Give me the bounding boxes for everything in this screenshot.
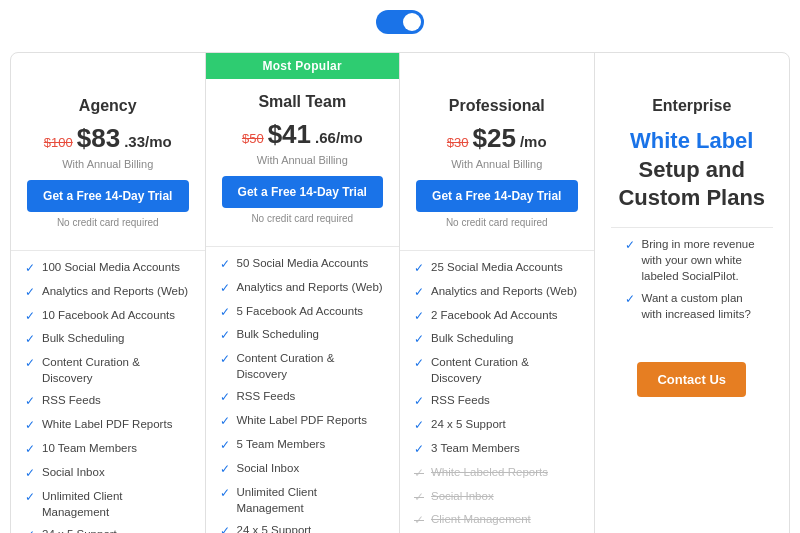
feature-item: ✓ 10 Team Members — [25, 440, 191, 458]
no-credit-text: No credit card required — [222, 213, 384, 224]
check-icon: ✓ — [25, 260, 35, 277]
feature-item: ✓ Bulk Scheduling — [414, 330, 580, 348]
check-icon: ✓ — [414, 284, 424, 301]
feature-item: ✓ Analytics and Reports (Web) — [414, 283, 580, 301]
feature-text: White Label PDF Reports — [42, 416, 172, 432]
feature-text: Bulk Scheduling — [431, 330, 513, 346]
feature-text: 3 Team Members — [431, 440, 520, 456]
price-main: $41 — [268, 119, 311, 150]
feature-item: ✓ 50 Social Media Accounts — [220, 255, 386, 273]
feature-item: ✓ 24 x 5 Support — [220, 522, 386, 533]
feature-text: RSS Feeds — [237, 388, 296, 404]
check-icon: ✓ — [220, 485, 230, 502]
check-icon: ✓ — [414, 489, 424, 506]
trial-button[interactable]: Get a Free 14-Day Trial — [416, 180, 578, 212]
check-icon: ✓ — [25, 417, 35, 434]
feature-item: ✓ 24 x 5 Support — [414, 416, 580, 434]
toggle-section — [10, 10, 790, 34]
plan-card-agency: Agency $100 $83.33/mo With Annual Billin… — [11, 53, 206, 533]
feature-text: Want a custom plan with increased limits… — [642, 290, 760, 322]
plans-container: Agency $100 $83.33/mo With Annual Billin… — [10, 52, 790, 533]
check-icon: ✓ — [414, 308, 424, 325]
trial-button[interactable]: Get a Free 14-Day Trial — [222, 176, 384, 208]
feature-item: ✓ 5 Team Members — [220, 436, 386, 454]
feature-text: Analytics and Reports (Web) — [237, 279, 383, 295]
check-icon: ✓ — [220, 413, 230, 430]
feature-item: ✓ Bring in more revenue with your own wh… — [625, 236, 760, 284]
feature-text: 25 Social Media Accounts — [431, 259, 563, 275]
feature-text: 100 Social Media Accounts — [42, 259, 180, 275]
check-icon: ✓ — [625, 291, 635, 308]
feature-text: 50 Social Media Accounts — [237, 255, 369, 271]
check-icon: ✓ — [25, 465, 35, 482]
enterprise-title: White LabelSetup andCustom Plans — [611, 127, 774, 213]
feature-item: ✓ White Label PDF Reports — [220, 412, 386, 430]
feature-item: ✓ RSS Feeds — [220, 388, 386, 406]
feature-text: Social Inbox — [237, 460, 300, 476]
feature-item: ✓ Client Management — [414, 511, 580, 529]
no-credit-text: No credit card required — [27, 217, 189, 228]
price-decimal: /mo — [520, 133, 547, 150]
feature-item: ✓ Social Inbox — [414, 488, 580, 506]
feature-item: ✓ 10 Facebook Ad Accounts — [25, 307, 191, 325]
feature-item: ✓ 3 Team Members — [414, 440, 580, 458]
billing-note: With Annual Billing — [222, 154, 384, 166]
enterprise-content: Enterprise White LabelSetup andCustom Pl… — [595, 83, 790, 425]
plan-name: Enterprise — [611, 97, 774, 115]
no-badge — [11, 53, 205, 83]
feature-text: Bulk Scheduling — [42, 330, 124, 346]
feature-item: ✓ Analytics and Reports (Web) — [220, 279, 386, 297]
trial-button[interactable]: Get a Free 14-Day Trial — [27, 180, 189, 212]
check-icon: ✓ — [25, 527, 35, 533]
feature-item: ✓ Bulk Scheduling — [25, 330, 191, 348]
price-row: $30 $25/mo — [416, 123, 578, 154]
check-icon: ✓ — [625, 237, 635, 254]
feature-text: 2 Facebook Ad Accounts — [431, 307, 558, 323]
no-badge — [595, 53, 790, 83]
features-list: ✓ 50 Social Media Accounts ✓ Analytics a… — [206, 246, 400, 533]
check-icon: ✓ — [220, 461, 230, 478]
plan-name: Small Team — [222, 93, 384, 111]
contact-btn-row: Contact Us — [611, 362, 774, 411]
feature-item: ✓ White Label PDF Reports — [25, 416, 191, 434]
feature-text: Client Management — [431, 511, 531, 527]
feature-text: 24 x 5 Support — [42, 526, 117, 533]
check-icon: ✓ — [414, 355, 424, 372]
feature-text: 5 Team Members — [237, 436, 326, 452]
plan-name: Professional — [416, 97, 578, 115]
check-icon: ✓ — [220, 437, 230, 454]
check-icon: ✓ — [220, 256, 230, 273]
feature-item: ✓ Unlimited Client Management — [220, 484, 386, 516]
feature-text: 24 x 5 Support — [431, 416, 506, 432]
feature-text: Content Curation & Discovery — [42, 354, 191, 386]
feature-text: 24 x 5 Support — [237, 522, 312, 533]
feature-item: ✓ 24 x 5 Support — [25, 526, 191, 533]
price-decimal: .33/mo — [124, 133, 172, 150]
feature-text: Content Curation & Discovery — [431, 354, 580, 386]
plan-card-small-team: Most Popular Small Team $50 $41.66/mo Wi… — [206, 53, 401, 533]
feature-text: Analytics and Reports (Web) — [42, 283, 188, 299]
feature-text: Content Curation & Discovery — [237, 350, 386, 382]
plan-card-professional: Professional $30 $25/mo With Annual Bill… — [400, 53, 595, 533]
price-row: $100 $83.33/mo — [27, 123, 189, 154]
no-credit-text: No credit card required — [416, 217, 578, 228]
check-icon: ✓ — [414, 260, 424, 277]
feature-item: ✓ Content Curation & Discovery — [25, 354, 191, 386]
check-icon: ✓ — [25, 441, 35, 458]
price-main: $83 — [77, 123, 120, 154]
check-icon: ✓ — [414, 512, 424, 529]
feature-text: Social Inbox — [431, 488, 494, 504]
contact-button[interactable]: Contact Us — [637, 362, 746, 397]
billing-note: With Annual Billing — [416, 158, 578, 170]
check-icon: ✓ — [25, 355, 35, 372]
toggle-switch[interactable] — [376, 10, 424, 34]
check-icon: ✓ — [414, 331, 424, 348]
check-icon: ✓ — [220, 351, 230, 368]
price-main: $25 — [473, 123, 516, 154]
check-icon: ✓ — [220, 280, 230, 297]
feature-item: ✓ White Labeled Reports — [414, 464, 580, 482]
price-row: $50 $41.66/mo — [222, 119, 384, 150]
feature-text: 10 Team Members — [42, 440, 137, 456]
check-icon: ✓ — [220, 327, 230, 344]
feature-text: 5 Facebook Ad Accounts — [237, 303, 364, 319]
